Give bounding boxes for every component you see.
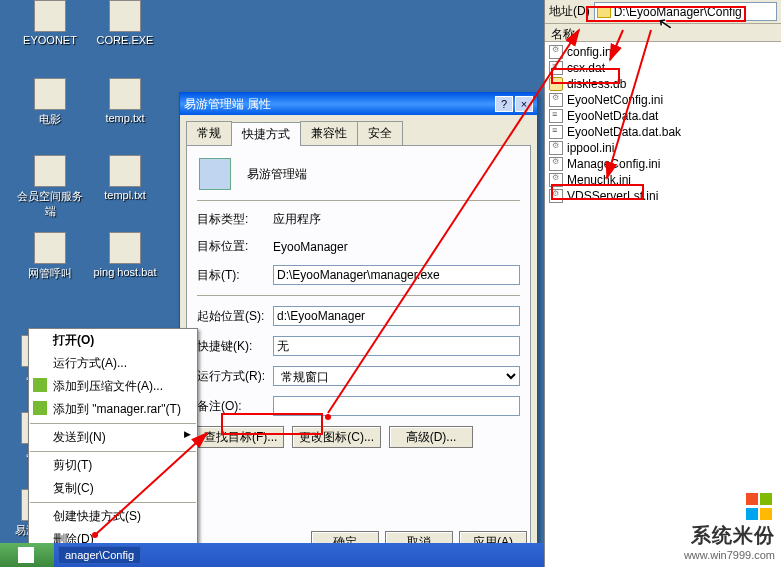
file-icon <box>109 155 141 187</box>
close-button[interactable]: × <box>515 96 533 112</box>
file-item[interactable]: EyooNetConfig.ini <box>547 92 779 108</box>
file-icon <box>109 0 141 32</box>
icon-label: templ.txt <box>90 189 160 201</box>
watermark-url: www.win7999.com <box>684 549 775 561</box>
rar-icon <box>33 378 47 392</box>
desktop-icon[interactable]: CORE.EXE <box>90 0 160 46</box>
titlebar[interactable]: 易游管理端 属性 ? × <box>180 93 537 115</box>
run-select[interactable]: 常规窗口 <box>273 366 520 386</box>
file-item[interactable]: EyooNetData.dat.bak <box>547 124 779 140</box>
address-box[interactable]: D:\EyooManager\Config <box>594 2 777 21</box>
ctx-runas[interactable]: 运行方式(A)... <box>29 352 197 375</box>
windows-flag-icon <box>18 547 34 563</box>
file-item[interactable]: csx.dat <box>547 60 779 76</box>
icon-label: temp.txt <box>90 112 160 124</box>
icon-label: 会员空间服务端 <box>15 189 85 219</box>
icon-label: ping host.bat <box>90 266 160 278</box>
taskbar-item[interactable]: anager\Config <box>58 546 141 564</box>
label-key: 快捷键(K): <box>197 338 273 355</box>
logo-icon <box>745 492 775 522</box>
label-target-type: 目标类型: <box>197 211 273 228</box>
file-icon <box>109 78 141 110</box>
column-header-name[interactable]: 名称 <box>545 24 781 42</box>
desktop-icon[interactable]: EYOONET <box>15 0 85 46</box>
label-run: 运行方式(R): <box>197 368 273 385</box>
desktop-icon[interactable]: templ.txt <box>90 155 160 201</box>
file-type-icon <box>549 173 563 187</box>
icon-label: CORE.EXE <box>90 34 160 46</box>
file-item[interactable]: VDSServerLst.ini <box>547 188 779 204</box>
tab-shortcut[interactable]: 快捷方式 <box>231 122 301 146</box>
desktop-icon[interactable]: 会员空间服务端 <box>15 155 85 219</box>
change-icon-button[interactable]: 更改图标(C)... <box>292 426 381 448</box>
advanced-button[interactable]: 高级(D)... <box>389 426 473 448</box>
target-input[interactable] <box>273 265 520 285</box>
tab-compat[interactable]: 兼容性 <box>300 121 358 145</box>
file-type-icon <box>549 61 563 75</box>
label-comment: 备注(O): <box>197 398 273 415</box>
desktop-icon[interactable]: temp.txt <box>90 78 160 124</box>
desktop-icon[interactable]: ping host.bat <box>90 232 160 278</box>
file-type-icon <box>549 141 563 155</box>
file-type-icon <box>549 77 563 91</box>
ctx-shortcut[interactable]: 创建快捷方式(S) <box>29 505 197 528</box>
watermark-title: 系统米份 <box>684 522 775 549</box>
comment-input[interactable] <box>273 396 520 416</box>
icon-label: EYOONET <box>15 34 85 46</box>
value-target-loc: EyooManager <box>273 240 520 254</box>
shortcutkey-input[interactable] <box>273 336 520 356</box>
address-label: 地址(D) <box>549 3 590 20</box>
app-name: 易游管理端 <box>247 166 307 183</box>
file-name: EyooNetData.dat <box>567 109 658 123</box>
file-name: ManageConfig.ini <box>567 157 660 171</box>
tab-security[interactable]: 安全 <box>357 121 403 145</box>
file-icon <box>34 78 66 110</box>
ctx-rar-addto[interactable]: 添加到 "manager.rar"(T) <box>29 398 197 421</box>
explorer-panel: 地址(D) D:\EyooManager\Config 名称 config.in… <box>544 0 781 567</box>
file-item[interactable]: ManageConfig.ini <box>547 156 779 172</box>
icon-label: 网管呼叫 <box>15 266 85 281</box>
desktop-icon[interactable]: 网管呼叫 <box>15 232 85 281</box>
file-list: config.inicsx.datdiskless.dbEyooNetConfi… <box>545 42 781 206</box>
start-button[interactable] <box>0 543 54 567</box>
file-name: ippool.ini <box>567 141 614 155</box>
ctx-copy[interactable]: 复制(C) <box>29 477 197 500</box>
folder-icon <box>597 6 611 18</box>
file-name: EyooNetConfig.ini <box>567 93 663 107</box>
file-item[interactable]: EyooNetData.dat <box>547 108 779 124</box>
icon-label: 电影 <box>15 112 85 127</box>
file-name: diskless.db <box>567 77 626 91</box>
file-icon <box>109 232 141 264</box>
file-icon <box>34 155 66 187</box>
file-name: csx.dat <box>567 61 605 75</box>
help-button[interactable]: ? <box>495 96 513 112</box>
file-item[interactable]: ippool.ini <box>547 140 779 156</box>
tab-pane: 易游管理端 目标类型:应用程序 目标位置:EyooManager 目标(T): … <box>186 145 531 545</box>
value-target-type: 应用程序 <box>273 211 520 228</box>
file-item[interactable]: Menuchk.ini <box>547 172 779 188</box>
file-item[interactable]: config.ini <box>547 44 779 60</box>
label-target-loc: 目标位置: <box>197 238 273 255</box>
file-type-icon <box>549 125 563 139</box>
watermark: 系统米份 www.win7999.com <box>684 492 775 561</box>
app-icon <box>199 158 231 190</box>
tab-general[interactable]: 常规 <box>186 121 232 145</box>
file-item[interactable]: diskless.db <box>547 76 779 92</box>
desktop-icon[interactable]: 电影 <box>15 78 85 127</box>
ctx-sendto[interactable]: 发送到(N) <box>29 426 197 449</box>
label-target: 目标(T): <box>197 267 273 284</box>
file-name: EyooNetData.dat.bak <box>567 125 681 139</box>
properties-dialog: 易游管理端 属性 ? × 常规 快捷方式 兼容性 安全 易游管理端 目标类型:应… <box>179 92 538 562</box>
find-target-button[interactable]: 查找目标(F)... <box>197 426 284 448</box>
ctx-rar-add[interactable]: 添加到压缩文件(A)... <box>29 375 197 398</box>
address-bar: 地址(D) D:\EyooManager\Config <box>545 0 781 24</box>
startin-input[interactable] <box>273 306 520 326</box>
file-name: VDSServerLst.ini <box>567 189 658 203</box>
ctx-cut[interactable]: 剪切(T) <box>29 454 197 477</box>
file-type-icon <box>549 109 563 123</box>
file-name: config.ini <box>567 45 614 59</box>
file-icon <box>34 0 66 32</box>
ctx-open[interactable]: 打开(O) <box>29 329 197 352</box>
dialog-title: 易游管理端 属性 <box>184 96 493 113</box>
file-icon <box>34 232 66 264</box>
